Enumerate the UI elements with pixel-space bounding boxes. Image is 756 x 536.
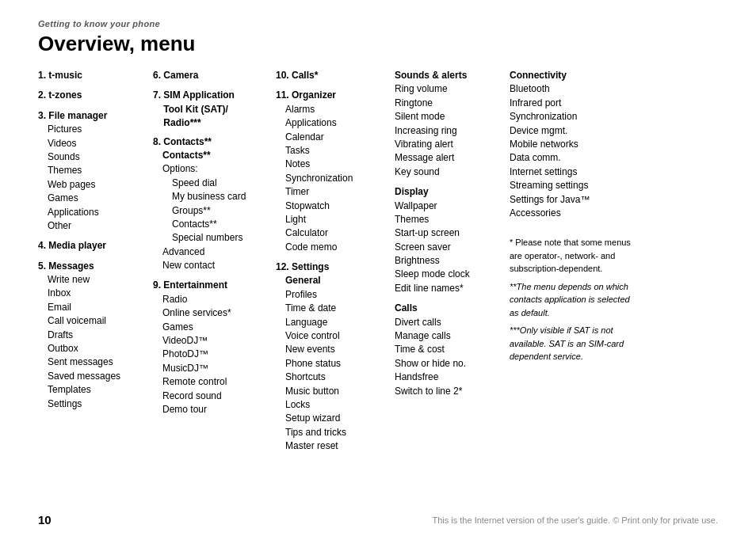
item-3-filemanager: 3. File manager — [38, 109, 143, 123]
sub-infraredport: Infrared port — [510, 97, 636, 110]
item-2-tzones: 2. t-zones — [38, 89, 143, 102]
header-calls: Calls — [395, 302, 500, 315]
sub-language: Language — [276, 316, 385, 329]
sub-masterreset: Master reset — [276, 439, 385, 453]
sub-games: Games — [38, 192, 143, 205]
sub-sentmessages: Sent messages — [38, 355, 143, 369]
sub-advanced: Advanced — [153, 245, 266, 259]
footnote-3: ***Only visible if SAT is not available.… — [510, 324, 636, 363]
sub-notes: Notes — [276, 158, 385, 171]
sub-codememo: Code memo — [276, 241, 385, 254]
sub-datacomm: Data comm. — [510, 151, 636, 165]
col2: 6. Camera 7. SIM Application Tool Kit (S… — [153, 69, 276, 454]
page-number: 10 — [38, 513, 52, 526]
sub-sounds: Sounds — [38, 150, 143, 164]
sub-webpages: Web pages — [38, 178, 143, 192]
item-1-tmusic: 1. t-music — [38, 69, 143, 82]
sub-locks: Locks — [276, 398, 385, 412]
sub-tasks: Tasks — [276, 144, 385, 158]
col5: Connectivity Bluetooth Infrared port Syn… — [510, 69, 636, 454]
item-11-organizer: 11. Organizer — [276, 89, 385, 102]
sub-contacts-bold: Contacts** — [153, 149, 266, 162]
sub-ringtone: Ringtone — [395, 97, 500, 110]
item-12-settings: 12. Settings — [276, 260, 385, 274]
sub-writenew: Write new — [38, 273, 143, 287]
sub-groups: Groups** — [153, 204, 266, 218]
sub-showhide: Show or hide no. — [395, 357, 500, 371]
sub-alarms: Alarms — [276, 103, 385, 116]
sub-calendar: Calendar — [276, 131, 385, 144]
sub-outbox: Outbox — [38, 342, 143, 355]
sub-themes: Themes — [38, 164, 143, 177]
header-soundsalerts: Sounds & alerts — [395, 69, 500, 82]
item-10-calls: 10. Calls* — [276, 69, 385, 82]
main-title: Overview, menu — [38, 32, 718, 56]
sub-radio: Radio — [153, 293, 266, 306]
sub-editlinenames: Edit line names* — [395, 282, 500, 295]
sub-timer: Timer — [276, 185, 385, 199]
footnote-1: * Please note that some menus are operat… — [510, 238, 631, 273]
sub-messagealert: Message alert — [395, 151, 500, 165]
sub-divertcalls: Divert calls — [395, 316, 500, 329]
sub-wallpaper: Wallpaper — [395, 200, 500, 213]
sub-applications: Applications — [38, 206, 143, 219]
sub-musicdj: MusicDJ™ — [153, 362, 266, 375]
sub-pictures: Pictures — [38, 123, 143, 136]
sub-videos: Videos — [38, 137, 143, 150]
sub-options: Options: — [153, 162, 266, 176]
sub-other: Other — [38, 219, 143, 233]
sub-speeddial: Speed dial — [153, 177, 266, 190]
sub-remotecontrol: Remote control — [153, 375, 266, 389]
sub-profiles: Profiles — [276, 288, 385, 302]
sub-synchronization: Synchronization — [276, 172, 385, 185]
sub-settings-msg: Settings — [38, 397, 143, 411]
sub-mybizcard: My business card — [153, 190, 266, 203]
sub-themes2: Themes — [395, 213, 500, 226]
footer-text: This is the Internet version of the user… — [432, 515, 718, 525]
sub-drafts: Drafts — [38, 329, 143, 342]
sub-phonestatus: Phone status — [276, 357, 385, 371]
sub-managecalls: Manage calls — [395, 329, 500, 343]
sub-photodj: PhotoDJ™ — [153, 348, 266, 361]
sub-stopwatch: Stopwatch — [276, 200, 385, 213]
col1: 1. t-music 2. t-zones 3. File manager Pi… — [38, 69, 153, 454]
item-6-camera: 6. Camera — [153, 69, 266, 82]
sub-sleepclock: Sleep mode clock — [395, 268, 500, 281]
header-connectivity: Connectivity — [510, 69, 636, 82]
sub-streamingsettings: Streaming settings — [510, 179, 636, 192]
sub-applications2: Applications — [276, 116, 385, 130]
sub-keysound: Key sound — [395, 165, 500, 179]
sub-timedate: Time & date — [276, 302, 385, 315]
sub-voicecontrol: Voice control — [276, 329, 385, 343]
sub-silentmode: Silent mode — [395, 110, 500, 124]
sub-newevents: New events — [276, 343, 385, 356]
sub-email: Email — [38, 301, 143, 314]
sub-vibratingalert: Vibrating alert — [395, 138, 500, 151]
menu-columns: 1. t-music 2. t-zones 3. File manager Pi… — [38, 69, 718, 454]
sub-bluetooth: Bluetooth — [510, 82, 636, 96]
item-5-messages: 5. Messages — [38, 260, 143, 273]
sub-specialnumbers: Special numbers — [153, 231, 266, 245]
sub-shortcuts: Shortcuts — [276, 371, 385, 384]
sub-videodj: VideoDJ™ — [153, 334, 266, 348]
sub-demotour: Demo tour — [153, 403, 266, 416]
sub-general-header: General — [276, 274, 385, 287]
sub-contacts2: Contacts** — [153, 218, 266, 231]
sub-templates: Templates — [38, 383, 143, 397]
footnote-2: **The menu depends on which contacts app… — [510, 280, 636, 320]
sub-musicbutton: Music button — [276, 385, 385, 398]
sub-timecost: Time & cost — [395, 343, 500, 356]
sub-mobilenetworks: Mobile networks — [510, 138, 636, 151]
header-display: Display — [395, 185, 500, 199]
sub-settingsjava: Settings for Java™ — [510, 193, 636, 207]
subtitle: Getting to know your phone — [38, 19, 718, 29]
sub-synchronization2: Synchronization — [510, 110, 636, 124]
sub-savedmessages: Saved messages — [38, 370, 143, 383]
sub-increasingring: Increasing ring — [395, 124, 500, 138]
item-4-mediaplayer: 4. Media player — [38, 239, 143, 253]
sub-switchtoline2: Switch to line 2* — [395, 385, 500, 398]
sub-ringvolume: Ring volume — [395, 82, 500, 96]
sub-inbox: Inbox — [38, 287, 143, 300]
sub-setupwizard: Setup wizard — [276, 412, 385, 425]
sub-brightness: Brightness — [395, 254, 500, 268]
